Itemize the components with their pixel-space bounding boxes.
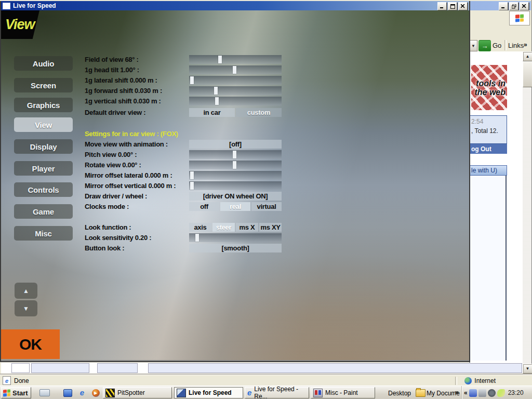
label-pitch-view: Pitch view 0.00° : (85, 150, 189, 159)
sidebar-item-controls[interactable]: Controls (14, 182, 73, 197)
sidebar-item-graphics[interactable]: Graphics (14, 98, 73, 112)
slider-handle[interactable] (190, 171, 194, 179)
sidebar-item-player[interactable]: Player (14, 161, 73, 176)
links-chevron[interactable]: » (524, 41, 527, 48)
address-dropdown-button[interactable]: ▼ (469, 40, 477, 51)
page-form-strip (1, 363, 523, 374)
option-in-car[interactable]: in car (189, 108, 235, 117)
logout-link[interactable]: og Out (470, 144, 507, 154)
option-look-msx[interactable]: ms X (236, 223, 258, 232)
slider-vertical-shift[interactable] (189, 97, 282, 105)
task-pitspotter[interactable]: PitSpotter (103, 387, 172, 398)
ie-minimize-button[interactable] (499, 2, 508, 10)
zone-label: Internet (474, 377, 496, 384)
sidebar-item-misc[interactable]: Misc (14, 226, 73, 241)
up-arrow-icon: ▲ (23, 287, 29, 295)
label-vertical-shift: 1g vertical shift 0.030 m : (85, 97, 189, 105)
media-player-icon[interactable]: ▶ (90, 388, 101, 397)
button-move-view-value[interactable]: [off] (189, 140, 282, 149)
slider-handle[interactable] (215, 97, 219, 105)
option-clocks-real[interactable]: real (220, 202, 250, 211)
links-label[interactable]: Links (508, 42, 524, 49)
page-scroll-down-button[interactable]: ▼ (15, 300, 37, 316)
option-look-steer[interactable]: steer (212, 223, 235, 232)
slider-mirror-lateral[interactable] (189, 171, 282, 180)
sidebar-item-screen[interactable]: Screen (14, 78, 73, 92)
task-live-for-speed[interactable]: Live for Speed (174, 387, 243, 398)
slider-lateral-shift[interactable] (189, 76, 282, 85)
slider-look-sensitivity[interactable] (189, 233, 282, 242)
slider-mirror-vertical[interactable] (189, 181, 282, 190)
desktop-toolbar-label[interactable]: Desktop (388, 390, 411, 397)
slider-field-of-view[interactable] (189, 55, 282, 64)
taskbar: Start e ▶ PitSpotter Live for Speed e Li… (0, 385, 532, 399)
slider-handle[interactable] (233, 161, 236, 169)
option-custom[interactable]: custom (236, 108, 282, 117)
slider-handle[interactable] (190, 182, 194, 190)
slider-handle[interactable] (233, 151, 236, 158)
sidebar-item-audio[interactable]: Audio (14, 56, 73, 71)
slider-head-tilt[interactable] (189, 65, 282, 74)
toolbar-overflow-chevron[interactable]: » (455, 389, 459, 396)
slider-handle[interactable] (214, 87, 218, 95)
go-button[interactable]: → (478, 40, 491, 51)
screen: ▼ → Go Links » tools in the web 2:54 , T… (0, 0, 532, 399)
option-clocks-off[interactable]: off (189, 202, 219, 211)
lfs-maximize-button[interactable] (448, 2, 457, 10)
sidebar-item-view[interactable]: View (14, 117, 73, 132)
hardware-icon[interactable] (478, 389, 486, 397)
page-banner-image: tools in the web (471, 65, 507, 110)
lfs-window: Live for Speed View Audio Screen Graphic… (0, 1, 470, 362)
window-shortcut-icon[interactable] (62, 388, 73, 397)
view-page-logo: View (1, 10, 39, 39)
page-scroll-up-button[interactable]: ▲ (15, 283, 37, 299)
login-time: 2:54 (471, 118, 506, 125)
form-input-small[interactable] (11, 363, 30, 373)
lfs-titlebar[interactable]: Live for Speed (1, 1, 469, 10)
scroll-down-button[interactable]: ▼ (523, 364, 532, 374)
look-function-options: axis steer ms X ms XY (189, 223, 282, 232)
button-draw-driver-value[interactable]: [driver ON wheel ON] (189, 192, 282, 201)
messenger-icon[interactable] (469, 389, 477, 397)
go-label[interactable]: Go (493, 42, 501, 49)
scroll-thumb[interactable] (523, 61, 532, 87)
task-misc-paint[interactable]: Misc - Paint (311, 387, 375, 398)
slider-rotate-view[interactable] (189, 161, 282, 169)
label-field-of-view: Field of view 68° : (85, 55, 189, 64)
option-look-axis[interactable]: axis (189, 223, 211, 232)
option-clocks-virtual[interactable]: virtual (251, 202, 282, 211)
slider-handle[interactable] (233, 66, 236, 74)
ie-restore-button[interactable] (509, 2, 518, 10)
slider-handle[interactable] (218, 56, 222, 63)
banner-line2: the web (474, 88, 506, 97)
bird-icon[interactable] (497, 389, 505, 397)
slider-forward-shift[interactable] (189, 86, 282, 95)
lfs-minimize-button[interactable] (437, 2, 447, 10)
taskbar-clock: 23:20 (508, 389, 524, 396)
show-keyboard-icon[interactable] (39, 388, 50, 397)
scroll-up-button[interactable]: ▲ (523, 51, 532, 61)
button-look-value[interactable]: [smooth] (189, 244, 282, 252)
sidebar-item-game[interactable]: Game (14, 204, 73, 219)
ie-quicklaunch-icon[interactable]: e (77, 388, 87, 397)
task-label: Live for Speed (189, 389, 232, 396)
sidebar-item-display[interactable]: Display (14, 139, 73, 154)
paint-icon (313, 389, 323, 397)
volume-icon[interactable] (488, 389, 496, 397)
ie-close-button[interactable] (520, 2, 529, 10)
my-documents-folder-icon[interactable] (416, 389, 425, 397)
task-label: Live for Speed - Re... (254, 385, 309, 399)
tray-collapse-chevron[interactable]: « (464, 389, 468, 396)
ok-button[interactable]: OK (1, 329, 60, 359)
slider-pitch-view[interactable] (189, 150, 282, 159)
lfs-close-button[interactable] (458, 2, 468, 10)
slider-handle[interactable] (195, 234, 199, 242)
task-lfs-webpage[interactable]: e Live for Speed - Re... (245, 387, 309, 398)
task-label: PitSpotter (117, 389, 145, 396)
slider-handle[interactable] (190, 76, 194, 84)
page-panel (470, 176, 507, 361)
option-look-msxy[interactable]: ms XY (259, 223, 282, 232)
start-button[interactable]: Start (1, 387, 31, 398)
lfs-window-controls (437, 2, 468, 10)
ie-vertical-scrollbar[interactable]: ▲ ▼ (523, 51, 531, 374)
